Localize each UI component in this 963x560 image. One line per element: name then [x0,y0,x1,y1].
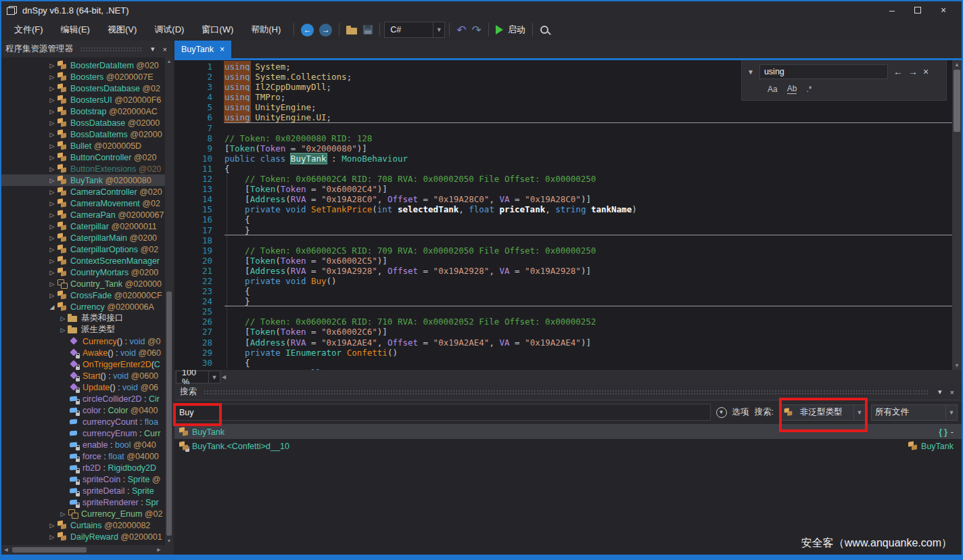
menu-视图(V)[interactable]: 视图(V) [99,21,145,39]
tree-item[interactable]: ▷CameraMovement @02 [1,197,173,209]
expand-icon[interactable]: ▷ [47,74,57,80]
tree-item[interactable]: ▷CaterpillarOptions @02 [1,243,173,255]
tree-item[interactable]: ▷CrossFade @020000CF [1,289,173,301]
code-editor[interactable]: 1using System;2using System.Collections;… [174,60,962,370]
code-line[interactable]: 14 [Address(RVA = "0x19A28C0", Offset = … [174,194,952,204]
tree-item[interactable]: ▷CaterpillarMain @0200 [1,232,173,243]
tree-item[interactable]: ▷Boosters @0200007E [1,71,173,83]
code-line[interactable]: 30 { [174,358,952,368]
code-line[interactable]: 19 // Token: 0x060002C5 RID: 709 RVA: 0x… [174,246,952,256]
tree-item[interactable]: Currency() : void @0 [1,335,173,347]
menu-帮助(H)[interactable]: 帮助(H) [242,21,289,39]
expand-icon[interactable]: ▷ [47,200,57,207]
minimize-button[interactable]: – [879,3,905,18]
code-line[interactable]: 27 [Token(Token = "0x60002C6")] [174,327,952,337]
find-options-chevron-icon[interactable]: ▼ [747,68,754,76]
tree-item[interactable]: ▷Currency_Enum @02 [1,508,173,519]
tree-item[interactable]: ▷BossDataItems @02000 [1,129,173,140]
expand-icon[interactable]: ▷ [47,154,57,161]
expand-icon[interactable]: ▷ [47,108,57,115]
tree-item[interactable]: OnTriggerEnter2D(C [1,358,173,370]
expand-icon[interactable]: ▷ [47,85,57,92]
zoom-combobox[interactable]: 100 % ▼ [176,371,220,383]
code-line[interactable]: 8// Token: 0x02000080 RID: 128 [174,133,952,143]
code-line[interactable]: 10public class BuyTank : MonoBehaviour [174,154,952,164]
tree-item[interactable]: Awake() : void @060 [1,347,173,358]
code-line[interactable]: 6using UnityEngine.UI; [174,112,952,122]
tree-item[interactable]: ▷Bootstrap @020000AC [1,106,173,117]
tree-item[interactable]: ▷DailyReward @0200001 [1,531,173,542]
code-line[interactable]: 26 // Token: 0x060002C6 RID: 710 RVA: 0x… [174,317,952,327]
chevron-down-icon[interactable]: ▼ [853,405,865,420]
code-line[interactable]: 15 private void SetTankPrice(int selecte… [174,204,952,214]
scrollbar-thumb[interactable] [166,291,172,536]
tree-item[interactable]: rb2D : Rigidbody2D [1,462,173,473]
scrollbar-thumb[interactable] [12,547,87,553]
expand-icon[interactable]: ▷ [47,189,57,195]
menu-调试(D)[interactable]: 调试(D) [145,21,193,39]
file-filter-combobox[interactable]: 所有文件 ▼ [871,404,958,421]
tree-item[interactable]: ▷Country_Tank @020000 [1,278,173,289]
undo-button[interactable]: ↶ [456,22,466,38]
code-line[interactable]: 25 [174,306,952,317]
code-line[interactable]: 24 } [174,296,952,306]
expand-icon[interactable]: ▷ [47,223,57,230]
expand-icon[interactable]: ▷ [47,97,57,103]
find-close-icon[interactable]: × [923,66,929,77]
expand-icon[interactable]: ▷ [47,269,57,276]
expand-icon[interactable]: ▷ [47,120,57,126]
options-chevron-icon[interactable]: ▼ [716,407,727,418]
close-button[interactable]: × [931,3,956,18]
tree-item[interactable]: currencyEnum : Curr [1,427,173,439]
tree-item[interactable]: spriteDetail : Sprite [1,485,173,496]
code-line[interactable]: 29 private IEnumerator Confetti() [174,348,952,358]
type-filter-combobox[interactable]: 非泛型类型 ▼ [779,404,866,421]
tree-item[interactable]: ▷CameraController @020 [1,186,173,197]
maximize-button[interactable] [905,3,931,18]
tree-item[interactable]: ▷基类和接口 [1,312,173,324]
code-line[interactable]: 18 [174,235,952,246]
code-line[interactable]: 12 // Token: 0x060002C4 RID: 708 RVA: 0x… [174,174,952,184]
expand-icon[interactable]: ▷ [47,177,57,184]
find-previous-icon[interactable]: ← [893,66,903,77]
code-line[interactable]: 28 [Address(RVA = "0x19A2AE4", Offset = … [174,337,952,348]
scroll-left-icon[interactable]: ◀ [222,370,226,384]
search-result-row[interactable]: BuyTank { } - [174,425,962,439]
tree-item[interactable]: spriteRenderer : Spr [1,496,173,508]
scroll-up-icon[interactable]: ▲ [165,57,173,66]
expand-icon[interactable]: ▷ [47,258,57,264]
tab-close-icon[interactable]: × [220,45,225,54]
editor-vertical-scrollbar[interactable]: ▲ ▼ [952,60,962,370]
code-line[interactable]: 11{ [174,164,952,174]
scroll-up-icon[interactable]: ▲ [952,60,962,69]
menu-文件(F)[interactable]: 文件(F) [5,21,52,39]
expand-icon[interactable]: ▷ [58,315,68,322]
search-result-row[interactable]: BuyTank.<Confetti>d__10 BuyTank [174,439,962,453]
panel-menu-icon[interactable]: ▾ [936,388,944,396]
expand-icon[interactable]: ▷ [47,143,57,149]
tree-item[interactable]: ◢Currency @0200006A [1,301,173,312]
tree-item[interactable]: ▷CountryMortars @0200 [1,266,173,278]
editor-horizontal-scrollbar[interactable]: ◀ [220,370,962,384]
tree-item[interactable]: enable : bool @040 [1,439,173,450]
tree-item[interactable]: ▷BoostersUI @020000F6 [1,94,173,106]
expand-icon[interactable]: ▷ [47,246,57,253]
language-combobox[interactable]: C# ▼ [384,22,445,38]
find-input[interactable] [759,64,888,79]
code-line[interactable]: 22 private void Buy() [174,276,952,286]
expand-icon[interactable]: ▷ [47,534,57,540]
tree-item[interactable]: ▷BossDatabase @02000 [1,117,173,129]
tree-item[interactable]: currencyCount : floa [1,416,173,427]
panel-menu-icon[interactable]: ▾ [149,45,157,53]
scroll-left-icon[interactable]: ◀ [1,545,11,555]
code-line[interactable]: 5using UnityEngine; [174,102,952,112]
tree-item[interactable]: ▷ContextScreenManager [1,255,173,266]
expand-icon[interactable]: ▷ [47,212,57,218]
expand-icon[interactable]: ▷ [47,522,57,529]
menu-窗口(W)[interactable]: 窗口(W) [193,21,242,39]
expand-icon[interactable]: ▷ [47,292,57,299]
code-line[interactable]: 16 { [174,214,952,225]
save-all-button[interactable] [363,22,373,38]
code-line[interactable]: 17 } [174,225,952,235]
redo-button[interactable]: ↷ [472,22,482,38]
